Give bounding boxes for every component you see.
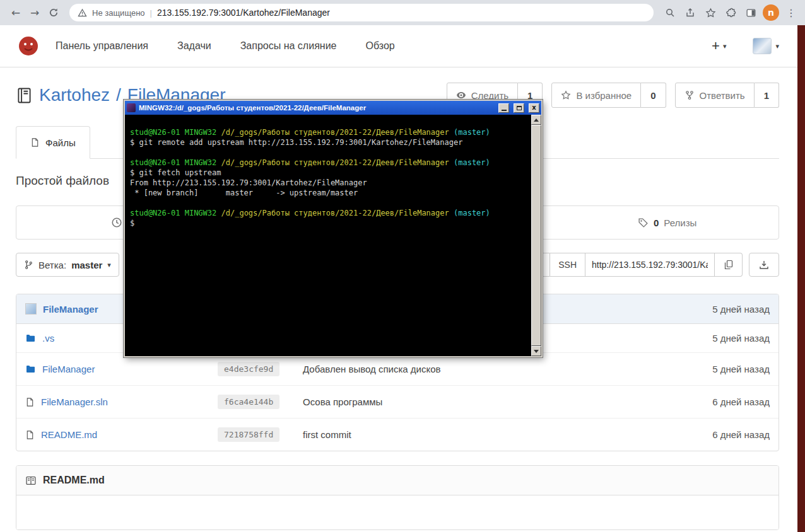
plus-icon: +	[712, 39, 720, 53]
nav-item-pull-requests[interactable]: Запросы на слияние	[240, 40, 337, 52]
star-count[interactable]: 0	[641, 83, 666, 108]
branch-select-button[interactable]: Ветка: master ▾	[16, 253, 119, 277]
terminal-line: $ git remote add upstream http://213.155…	[130, 137, 527, 147]
gogs-logo[interactable]	[18, 35, 39, 57]
row-age: 5 дней назад	[669, 364, 770, 374]
scroll-up-button[interactable]	[531, 115, 541, 125]
row-age: 6 дней назад	[669, 429, 770, 440]
profile-initial: n	[768, 8, 774, 18]
file-icon	[30, 137, 40, 147]
minimize-button[interactable]	[498, 103, 509, 113]
ssh-button[interactable]: SSH	[550, 253, 585, 277]
gogs-navbar: Панель управления Задачи Запросы на слия…	[0, 25, 805, 67]
repo-book-icon	[16, 86, 33, 105]
page-edge-stripe	[797, 25, 805, 532]
new-repo-dropdown[interactable]: + ▾	[712, 39, 726, 53]
chevron-down-icon: ▾	[723, 42, 727, 50]
readme-book-icon	[25, 475, 37, 486]
terminal-window: MINGW32:/d/_gogs/Работы студентов/2021-2…	[124, 100, 543, 357]
reload-button[interactable]	[44, 3, 63, 22]
menu-button[interactable]: ⋮	[781, 3, 801, 22]
terminal-title: MINGW32:/d/_gogs/Работы студентов/2021-2…	[139, 104, 494, 112]
terminal-line: stud@N26-01 MINGW32 /d/_gogs/Работы студ…	[130, 208, 527, 218]
dots-vertical-icon: ⋮	[786, 7, 796, 19]
fork-count[interactable]: 1	[755, 83, 779, 108]
terminal-titlebar[interactable]: MINGW32:/d/_gogs/Работы студентов/2021-2…	[125, 101, 541, 115]
profile-button[interactable]: n	[761, 3, 781, 22]
terminal-body: stud@N26-01 MINGW32 /d/_gogs/Работы студ…	[125, 115, 541, 356]
nav-item-issues[interactable]: Задачи	[177, 40, 211, 52]
fork-button[interactable]: Ответвить	[675, 83, 755, 108]
address-bar[interactable]: Не защищено | 213.155.192.79:3001/Kartoh…	[69, 4, 654, 21]
latest-commit-author[interactable]: FileManager	[43, 304, 98, 315]
extensions-button[interactable]	[720, 3, 741, 22]
commit-hash-badge[interactable]: 7218758ffd	[218, 427, 279, 442]
table-row: FileManager e4de3cfe9d Добавлен вывод сп…	[16, 353, 779, 386]
maximize-button[interactable]	[514, 103, 524, 113]
star-label: В избранное	[576, 90, 632, 101]
folder-icon	[25, 364, 36, 374]
commit-message: first commit	[303, 429, 669, 440]
zoom-button[interactable]	[660, 3, 680, 22]
user-avatar	[753, 38, 772, 54]
star-icon	[561, 90, 571, 100]
readme-title: README.md	[43, 475, 105, 486]
chevron-down-icon: ▾	[775, 42, 779, 50]
commit-hash-badge[interactable]: f6ca4e144b	[218, 395, 279, 409]
terminal-line: $	[130, 218, 527, 228]
terminal-line: * [new branch] master -> upstream/master	[130, 188, 527, 198]
owner-link[interactable]: Kartohez	[39, 85, 110, 105]
row-age: 5 дней назад	[669, 333, 770, 344]
share-icon	[685, 8, 695, 18]
forward-button[interactable]: →	[25, 3, 44, 22]
chevron-down-icon: ▾	[107, 261, 111, 269]
bookmark-star-button[interactable]	[700, 3, 720, 22]
not-secure-icon	[78, 8, 87, 18]
readme-panel: README.md	[16, 465, 779, 530]
terminal-line	[130, 147, 527, 158]
close-button[interactable]: x	[529, 103, 539, 113]
readme-content	[16, 495, 779, 529]
copy-button[interactable]	[715, 253, 743, 277]
terminal-content[interactable]: stud@N26-01 MINGW32 /d/_gogs/Работы студ…	[125, 115, 531, 356]
tag-icon	[638, 217, 649, 228]
share-button[interactable]	[680, 3, 700, 22]
star-button[interactable]: В избранное	[551, 83, 641, 108]
forward-icon: →	[30, 6, 39, 19]
commit-message: Осова программы	[303, 396, 669, 407]
branch-icon	[24, 260, 33, 270]
file-link[interactable]: FileManager	[42, 364, 95, 374]
commit-message: Добавлен вывод списка дисков	[303, 364, 669, 374]
file-link[interactable]: FileManager.sln	[41, 396, 108, 407]
commit-hash-badge[interactable]: e4de3cfe9d	[218, 362, 279, 376]
clone-controls: HTTP SSH	[510, 253, 779, 277]
download-button[interactable]	[749, 253, 779, 277]
download-icon	[759, 260, 769, 270]
back-button[interactable]: ←	[6, 3, 25, 22]
file-link[interactable]: .vs	[42, 333, 54, 344]
path-separator: /	[116, 85, 121, 105]
file-link[interactable]: README.md	[41, 429, 97, 440]
url-text: 213.155.192.79:3001/Kartohez/FileManager	[157, 8, 330, 18]
close-icon: x	[532, 105, 536, 111]
branch-label: Ветка:	[38, 260, 66, 270]
releases-stat[interactable]: 0 Релизы	[556, 206, 779, 239]
nav-item-dashboard[interactable]: Панель управления	[56, 40, 148, 52]
side-panel-button[interactable]	[741, 3, 761, 22]
back-icon: ←	[11, 6, 20, 19]
address-divider: |	[150, 8, 152, 18]
history-clock-icon	[111, 217, 122, 228]
nav-item-explore[interactable]: Обзор	[365, 40, 394, 52]
clone-url-input[interactable]	[585, 253, 715, 277]
terminal-line	[130, 198, 527, 208]
tab-files-label: Файлы	[45, 137, 76, 148]
scroll-down-button[interactable]	[531, 346, 541, 356]
table-row: FileManager.sln f6ca4e144b Осова програм…	[16, 386, 779, 419]
tab-files[interactable]: Файлы	[16, 126, 90, 159]
terminal-scrollbar[interactable]	[531, 115, 541, 356]
mintty-icon	[127, 103, 136, 112]
reload-icon	[49, 8, 59, 18]
user-menu-dropdown[interactable]: ▾	[753, 38, 779, 54]
releases-count: 0	[654, 217, 659, 228]
scroll-thumb[interactable]	[531, 125, 541, 346]
